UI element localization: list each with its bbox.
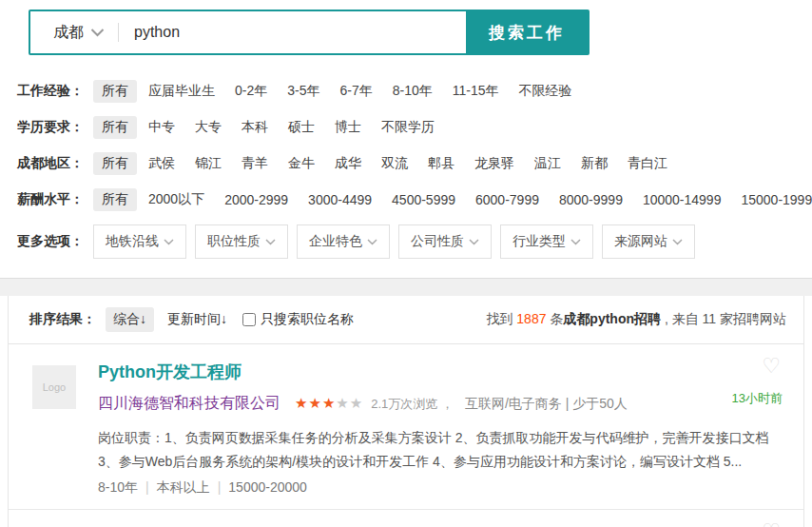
job-search-bar: 成都 搜索工作 — [29, 10, 590, 55]
industry-and-size: 互联网/电子商务 | 少于50人 — [465, 396, 628, 413]
sort-by-update-time[interactable]: 更新时间↓ — [167, 311, 227, 328]
job-main: Python开发工程师 四川海德智和科技有限公司 ★★★★★ 2.1万次浏览 ，… — [98, 361, 784, 497]
sort-bar: 排序结果： 综合↓ 更新时间↓ 只搜索职位名称 找到 1887 条成都pytho… — [9, 296, 803, 344]
filter-option[interactable]: 青羊 — [242, 155, 268, 172]
filter-section: 工作经验： 所有 应届毕业生 0-2年 3-5年 6-7年 8-10年 11-1… — [17, 80, 812, 259]
tag-divider: | — [218, 479, 222, 495]
search-jobs-button[interactable]: 搜索工作 — [466, 11, 588, 53]
result-summary: 找到 1887 条成都python招聘 , 来自 11 家招聘网站 — [486, 311, 786, 328]
filter-label: 成都地区： — [17, 155, 84, 172]
sort-down-arrow-icon: ↓ — [140, 311, 146, 326]
filter-row-experience: 工作经验： 所有 应届毕业生 0-2年 3-5年 6-7年 8-10年 11-1… — [17, 80, 812, 103]
job-title-link[interactable]: Python开发工程师 — [98, 361, 784, 383]
filter-option[interactable]: 10000-14999 — [643, 192, 722, 207]
chevron-down-icon — [90, 29, 105, 37]
filter-option-selected[interactable]: 所有 — [93, 152, 137, 175]
filter-label: 学历要求： — [17, 119, 84, 136]
filter-option[interactable]: 11-15年 — [453, 83, 499, 100]
filter-option[interactable]: 不限经验 — [519, 83, 572, 100]
filter-option-selected[interactable]: 所有 — [93, 80, 137, 103]
filter-option[interactable]: 锦江 — [195, 155, 222, 172]
filter-row-salary: 薪酬水平： 所有 2000以下 2000-2999 3000-4499 4500… — [17, 188, 812, 211]
stars-filled: ★★★ — [295, 395, 336, 411]
filter-option[interactable]: 3000-4499 — [308, 192, 372, 207]
filter-option[interactable]: 大专 — [195, 119, 222, 136]
chevron-down-icon — [570, 239, 581, 245]
title-only-checkbox[interactable] — [242, 313, 256, 326]
filter-option[interactable]: 应届毕业生 — [148, 83, 215, 100]
stars-empty: ★★ — [336, 395, 363, 411]
dropdown-source-site[interactable]: 来源网站 — [602, 224, 695, 259]
chevron-down-icon — [367, 239, 377, 245]
filter-option[interactable]: 温江 — [534, 155, 561, 172]
chevron-down-icon — [672, 239, 683, 245]
sort-by-comprehensive[interactable]: 综合↓ — [106, 307, 154, 332]
more-options-row: 更多选项： 地铁沿线 职位性质 企业特色 公司性质 行业类型 来源网站 — [17, 224, 812, 259]
filter-option[interactable]: 0-2年 — [235, 83, 267, 100]
filter-option[interactable]: 8-10年 — [393, 83, 433, 100]
filter-option[interactable]: 2000-2999 — [224, 192, 288, 207]
filter-option[interactable]: 4500-5999 — [392, 192, 455, 207]
dropdown-metro-lines[interactable]: 地铁沿线 — [93, 224, 186, 259]
filter-option[interactable]: 青白江 — [628, 155, 667, 172]
filter-option[interactable]: 硕士 — [288, 119, 315, 136]
dropdown-industry-type[interactable]: 行业类型 — [500, 224, 593, 259]
filter-option[interactable]: 龙泉驿 — [474, 155, 514, 172]
filter-option[interactable]: 3-5年 — [287, 83, 319, 100]
job-description: 岗位职责：1、负责网页数据采集任务的分析及采集方案设计 2、负责抓取功能开发与代… — [98, 426, 784, 473]
filter-row-education: 学历要求： 所有 中专 大专 本科 硕士 博士 不限学历 — [17, 116, 812, 139]
filter-option[interactable]: 中专 — [148, 119, 175, 136]
filter-option[interactable]: 双流 — [381, 155, 408, 172]
title-only-label: 只搜索职位名称 — [261, 311, 354, 328]
job-listing: Logo Python开发工程师 四川海德智和科技有限公司 ★★★★★ 2.1万… — [9, 344, 803, 510]
favorite-heart-icon[interactable]: ♡ — [762, 356, 781, 377]
filter-option[interactable]: 郫县 — [428, 155, 454, 172]
tag-experience: 8-10年 — [98, 479, 138, 495]
company-logo: Logo — [32, 365, 76, 409]
filter-option-selected[interactable]: 所有 — [93, 188, 137, 211]
city-select[interactable]: 成都 — [30, 11, 118, 53]
tag-divider: | — [145, 479, 149, 495]
view-count: 2.1万次浏览 ， — [371, 396, 454, 413]
filter-option[interactable]: 本科 — [242, 119, 268, 136]
rating-stars: ★★★★★ — [295, 395, 363, 412]
more-options-label: 更多选项： — [17, 233, 84, 250]
tag-education: 本科以上 — [157, 479, 210, 495]
dropdown-label: 职位性质 — [207, 233, 261, 250]
dropdown-label: 企业特色 — [309, 233, 362, 250]
title-only-filter[interactable]: 只搜索职位名称 — [242, 311, 354, 328]
filter-option-selected[interactable]: 所有 — [93, 116, 137, 139]
sort-down-arrow-icon: ↓ — [221, 311, 227, 326]
posted-time: 13小时前 — [732, 390, 783, 407]
filter-row-district: 成都地区： 所有 武侯 锦江 青羊 金牛 成华 双流 郫县 龙泉驿 温江 新都 … — [17, 152, 812, 175]
result-count: 1887 — [516, 311, 546, 326]
result-keyword: 成都python招聘 — [563, 311, 661, 326]
company-link[interactable]: 四川海德智和科技有限公司 — [98, 394, 280, 414]
chevron-down-icon — [164, 239, 174, 245]
result-suffix: , 来自 11 家招聘网站 — [661, 311, 786, 326]
result-prefix: 找到 — [486, 311, 516, 326]
filter-option[interactable]: 武侯 — [148, 155, 175, 172]
chevron-down-icon — [469, 239, 479, 245]
filter-option[interactable]: 新都 — [581, 155, 608, 172]
filter-option[interactable]: 博士 — [335, 119, 361, 136]
dropdown-company-type[interactable]: 公司性质 — [398, 224, 492, 259]
filter-option[interactable]: 6-7年 — [339, 83, 372, 100]
sort-option-label: 更新时间 — [167, 311, 221, 326]
filter-option[interactable]: 成华 — [335, 155, 361, 172]
filter-option[interactable]: 2000以下 — [148, 191, 204, 208]
company-row: 四川海德智和科技有限公司 ★★★★★ 2.1万次浏览 ， 互联网/电子商务 | … — [98, 394, 784, 414]
filter-option[interactable]: 15000-19999 — [741, 192, 812, 207]
filter-option[interactable]: 不限学历 — [381, 119, 435, 136]
filter-option[interactable]: 8000-9999 — [559, 192, 623, 207]
dropdown-job-nature[interactable]: 职位性质 — [195, 224, 288, 259]
tag-salary: 15000-20000 — [228, 479, 307, 495]
favorite-heart-icon[interactable]: ♡ — [762, 521, 781, 527]
city-select-value: 成都 — [53, 23, 84, 43]
search-input[interactable] — [119, 11, 466, 53]
dropdown-label: 来源网站 — [614, 233, 667, 250]
dropdown-company-feature[interactable]: 企业特色 — [297, 224, 390, 259]
filter-option[interactable]: 金牛 — [288, 155, 315, 172]
filter-option[interactable]: 6000-7999 — [475, 192, 539, 207]
job-tags: 8-10年|本科以上|15000-20000 — [98, 479, 784, 497]
